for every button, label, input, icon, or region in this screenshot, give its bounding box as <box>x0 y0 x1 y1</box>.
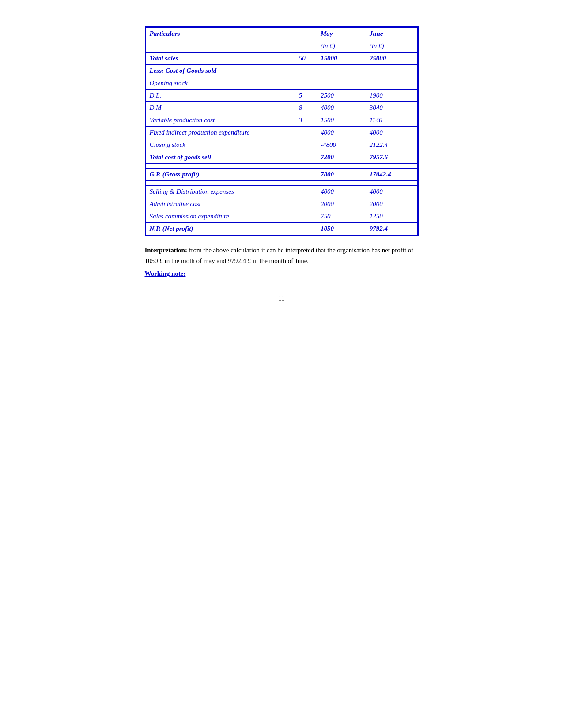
row-may: 750 <box>317 210 366 223</box>
row-num: 50 <box>295 53 317 65</box>
row-june: 17042.4 <box>366 169 417 181</box>
row-label: Administrative cost <box>146 198 295 210</box>
table-row: N.P. (Net profit)10509792.4 <box>146 223 417 235</box>
table-row: G.P. (Gross profit)780017042.4 <box>146 169 417 181</box>
row-num <box>295 65 317 77</box>
row-may <box>317 77 366 90</box>
row-num <box>295 151 317 164</box>
interpretation-label: Interpretation: <box>145 247 187 254</box>
working-note-link[interactable]: Working note: <box>145 270 186 277</box>
row-may: -4800 <box>317 139 366 151</box>
table-row: Total cost of goods sell72007957.6 <box>146 151 417 164</box>
row-num <box>295 169 317 181</box>
row-label: Fixed indirect production expenditure <box>146 127 295 139</box>
row-may: 4000 <box>317 102 366 114</box>
row-label <box>146 164 295 169</box>
row-num: 3 <box>295 114 317 127</box>
row-label: Total cost of goods sell <box>146 151 295 164</box>
row-june <box>366 181 417 186</box>
row-may: 1050 <box>317 223 366 235</box>
row-may: 15000 <box>317 53 366 65</box>
row-label: Sales commission expenditure <box>146 210 295 223</box>
row-may <box>317 181 366 186</box>
row-num <box>295 127 317 139</box>
row-num: 5 <box>295 90 317 102</box>
page-number: 11 <box>35 295 528 303</box>
row-num <box>295 198 317 210</box>
table-row: Opening stock <box>146 77 417 90</box>
row-may: 4000 <box>317 186 366 198</box>
row-june: 2122.4 <box>366 139 417 151</box>
row-june: 1250 <box>366 210 417 223</box>
row-may: 7200 <box>317 151 366 164</box>
table-row: Sales commission expenditure7501250 <box>146 210 417 223</box>
header-num <box>295 28 317 40</box>
table-row: Closing stock-48002122.4 <box>146 139 417 151</box>
row-num <box>295 223 317 235</box>
row-june: 2000 <box>366 198 417 210</box>
table-row: D.M.840003040 <box>146 102 417 114</box>
row-num <box>295 186 317 198</box>
row-june: 25000 <box>366 53 417 65</box>
row-may <box>317 65 366 77</box>
row-num: 8 <box>295 102 317 114</box>
row-label: Closing stock <box>146 139 295 151</box>
row-num <box>295 139 317 151</box>
financial-table: Particulars May June (in £) (in £) Total… <box>145 26 419 236</box>
header-may-unit: (in £) <box>317 40 366 53</box>
row-num <box>295 77 317 90</box>
row-label: Opening stock <box>146 77 295 90</box>
table-row: Administrative cost20002000 <box>146 198 417 210</box>
header-num-blank <box>295 40 317 53</box>
row-label: D.M. <box>146 102 295 114</box>
row-june: 4000 <box>366 127 417 139</box>
row-label: Less: Cost of Goods sold <box>146 65 295 77</box>
row-june <box>366 77 417 90</box>
row-label: Selling & Distribution expenses <box>146 186 295 198</box>
row-may <box>317 164 366 169</box>
row-num <box>295 164 317 169</box>
row-may: 4000 <box>317 127 366 139</box>
row-may: 2000 <box>317 198 366 210</box>
row-june: 7957.6 <box>366 151 417 164</box>
table-row: D.L.525001900 <box>146 90 417 102</box>
row-num <box>295 181 317 186</box>
header-particulars: Particulars <box>146 28 295 40</box>
row-label: G.P. (Gross profit) <box>146 169 295 181</box>
working-note-section: Working note: <box>145 270 419 278</box>
row-june: 9792.4 <box>366 223 417 235</box>
header-may: May <box>317 28 366 40</box>
header-particulars-blank <box>146 40 295 53</box>
row-june: 4000 <box>366 186 417 198</box>
row-label <box>146 181 295 186</box>
header-june-unit: (in £) <box>366 40 417 53</box>
table-row: Variable production cost315001140 <box>146 114 417 127</box>
interpretation-section: Interpretation: from the above calculati… <box>145 245 419 266</box>
table-row <box>146 164 417 169</box>
table-row: Selling & Distribution expenses40004000 <box>146 186 417 198</box>
row-june: 1140 <box>366 114 417 127</box>
row-may: 2500 <box>317 90 366 102</box>
table-row: Total sales501500025000 <box>146 53 417 65</box>
row-label: Total sales <box>146 53 295 65</box>
row-june <box>366 65 417 77</box>
row-label: D.L. <box>146 90 295 102</box>
table-row: Fixed indirect production expenditure400… <box>146 127 417 139</box>
row-may: 1500 <box>317 114 366 127</box>
row-num <box>295 210 317 223</box>
row-june: 1900 <box>366 90 417 102</box>
row-june: 3040 <box>366 102 417 114</box>
row-label: N.P. (Net profit) <box>146 223 295 235</box>
row-june <box>366 164 417 169</box>
row-may: 7800 <box>317 169 366 181</box>
row-label: Variable production cost <box>146 114 295 127</box>
table-row: Less: Cost of Goods sold <box>146 65 417 77</box>
table-row <box>146 181 417 186</box>
header-june: June <box>366 28 417 40</box>
